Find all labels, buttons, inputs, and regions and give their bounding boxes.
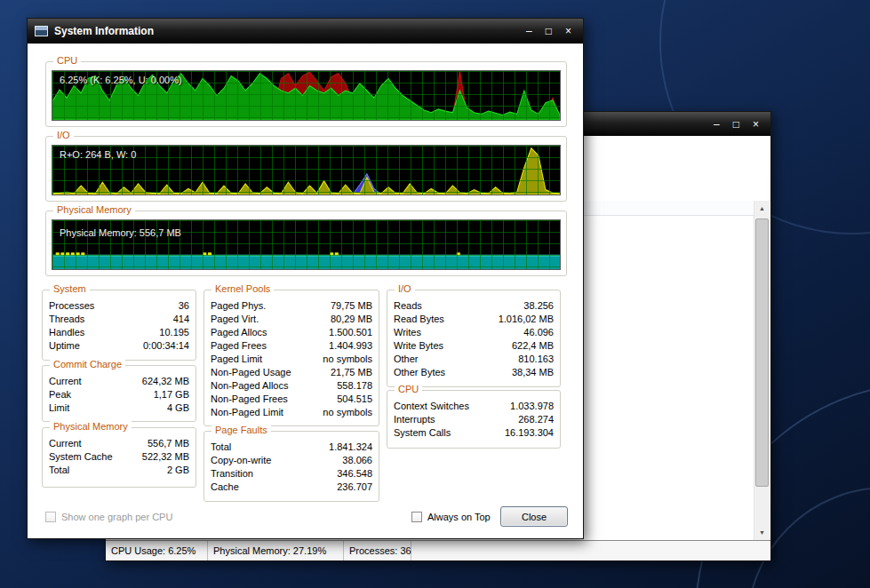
stats-body: Current556,7 MBSystem Cache522,32 MBTota…: [43, 434, 196, 485]
close-button[interactable]: ×: [565, 26, 571, 36]
stat-label: Context Switches: [394, 400, 469, 413]
status-processes: Processes: 36: [344, 541, 411, 560]
stat-value: 414: [173, 313, 189, 326]
stat-label: Paged Frees: [211, 339, 267, 353]
stat-row: Interrupts268.274: [387, 413, 560, 426]
stat-row: Total2 GB: [43, 464, 196, 477]
stat-value: 38.066: [342, 454, 372, 467]
stat-value: 810.163: [518, 353, 554, 366]
status-physical-memory: Physical Memory: 27.19%: [208, 541, 344, 560]
status-filler: [411, 541, 770, 560]
window-title: System Information: [54, 25, 154, 37]
stat-label: Handles: [49, 326, 84, 339]
stat-row: Non-Paged Limitno symbols: [204, 406, 379, 419]
stat-value: 38,34 MB: [512, 366, 554, 379]
stat-label: Cache: [211, 481, 239, 494]
stat-label: Non-Paged Frees: [211, 393, 288, 406]
stat-label: Current: [49, 375, 82, 388]
minimize-button[interactable]: –: [714, 119, 720, 130]
status-bar: CPU Usage: 6.25% Physical Memory: 27.19%…: [106, 540, 770, 560]
titlebar[interactable]: System Information – □ ×: [28, 19, 583, 44]
group-label: I/O: [53, 130, 74, 140]
stat-row: Copy-on-write38.066: [204, 454, 379, 467]
kernel-pools-group: Kernel Pools Paged Phys.79,75 MBPaged Vi…: [204, 290, 379, 426]
stat-row: Non-Paged Usage21,75 MB: [204, 366, 379, 379]
status-cpu-usage: CPU Usage: 6.25%: [106, 541, 208, 560]
memory-graph-group: Physical Memory Physical Memory: 556,7 M…: [45, 211, 567, 276]
group-label: System: [50, 283, 90, 294]
stat-value: 1.500.501: [329, 326, 372, 339]
stat-row: Current624,32 MB: [43, 375, 196, 388]
maximize-button[interactable]: □: [546, 26, 552, 36]
stat-row: Write Bytes622,4 MB: [387, 339, 560, 353]
stat-label: Other: [394, 353, 419, 366]
stat-row: Writes46.096: [387, 326, 560, 339]
stat-row: Reads38.256: [387, 299, 560, 313]
stat-value: 346.548: [337, 467, 372, 481]
scroll-down-button[interactable]: ▼: [754, 525, 770, 540]
page-faults-group: Page Faults Total1.841.324Copy-on-write3…: [204, 431, 379, 502]
window-controls: – □ ×: [714, 119, 770, 130]
io-stats-group: I/O Reads38.256Read Bytes1.016,02 MBWrit…: [387, 290, 561, 387]
system-information-window: System Information – □ × CPU 6.25% (K: 6…: [27, 18, 584, 539]
minimize-button[interactable]: –: [526, 26, 532, 36]
stat-row: Total1.841.324: [204, 441, 379, 454]
stat-label: System Cache: [49, 450, 113, 464]
cpu-graph-group: CPU 6.25% (K: 6.25%, U: 0.00%): [45, 61, 567, 127]
group-label: Physical Memory: [50, 421, 132, 432]
show-one-graph-per-cpu-checkbox[interactable]: Show one graph per CPU: [45, 512, 172, 522]
always-on-top-checkbox[interactable]: Always on Top: [411, 512, 491, 522]
stat-label: Non-Paged Allocs: [211, 379, 288, 393]
stat-value: 1.404.993: [329, 339, 372, 353]
stat-value: 504.515: [337, 393, 372, 406]
close-dialog-button[interactable]: Close: [500, 506, 568, 527]
stat-row: Paged Virt.80,29 MB: [204, 313, 379, 326]
stat-value: 80,29 MB: [331, 313, 372, 326]
stat-row: Threads414: [43, 313, 196, 326]
memory-graph-overlay: Physical Memory: 556,7 MB: [60, 227, 181, 238]
stat-row: Non-Paged Frees504.515: [204, 393, 379, 406]
group-label: CPU: [395, 384, 422, 394]
stat-label: Writes: [394, 326, 421, 339]
stat-value: 522,32 MB: [142, 450, 189, 464]
commit-charge-group: Commit Charge Current624,32 MBPeak1,17 G…: [42, 365, 196, 422]
stat-value: 1.016,02 MB: [499, 313, 554, 326]
stat-value: 558.178: [337, 379, 372, 393]
stat-row: Paged Limitno symbols: [204, 353, 379, 366]
stat-value: 1.841.324: [329, 441, 372, 454]
memory-history-graph: Physical Memory: 556,7 MB: [52, 219, 561, 270]
scrollbar-thumb[interactable]: [755, 219, 769, 487]
stat-value: 624,32 MB: [142, 375, 189, 388]
stat-value: 1.033.978: [510, 400, 554, 413]
vertical-scrollbar[interactable]: ▲ ▼: [754, 201, 770, 540]
group-label: Page Faults: [212, 425, 271, 435]
stat-value: 622,4 MB: [512, 339, 554, 353]
cpu-history-graph: 6.25% (K: 6.25%, U: 0.00%): [52, 70, 561, 121]
stat-label: Reads: [394, 299, 422, 313]
stat-value: 4 GB: [167, 401, 189, 415]
scroll-up-button[interactable]: ▲: [754, 201, 770, 216]
stat-label: Write Bytes: [394, 339, 443, 353]
maximize-button[interactable]: □: [733, 119, 739, 130]
stat-value: 79,75 MB: [331, 299, 372, 313]
stat-label: Paged Phys.: [211, 299, 266, 313]
close-button[interactable]: ×: [753, 119, 759, 130]
stats-body: Total1.841.324Copy-on-write38.066Transit…: [204, 438, 379, 499]
stat-value: 36: [179, 299, 189, 313]
stat-row: Paged Phys.79,75 MB: [204, 299, 379, 313]
stat-value: 2 GB: [167, 464, 189, 477]
system-stats-group: System Processes36Threads414Handles10.19…: [42, 290, 196, 361]
group-label: Physical Memory: [53, 204, 135, 215]
io-graph-group: I/O R+O: 264 B, W: 0: [45, 136, 567, 202]
stat-row: Uptime0:00:34:14: [43, 339, 196, 353]
io-history-graph: R+O: 264 B, W: 0: [52, 145, 561, 195]
cpu-graph-overlay: 6.25% (K: 6.25%, U: 0.00%): [60, 75, 182, 85]
stat-value: 268.274: [518, 413, 554, 426]
stat-row: Current556,7 MB: [43, 437, 196, 450]
stats-body: Reads38.256Read Bytes1.016,02 MBWrites46…: [387, 297, 560, 385]
stat-row: Peak1,17 GB: [43, 388, 196, 401]
stat-label: Current: [49, 437, 82, 450]
desktop: – □ × n ystemRoot%\system32\mswsock.dlly…: [0, 0, 870, 588]
stat-label: Threads: [49, 313, 84, 326]
stat-label: Read Bytes: [394, 313, 444, 326]
